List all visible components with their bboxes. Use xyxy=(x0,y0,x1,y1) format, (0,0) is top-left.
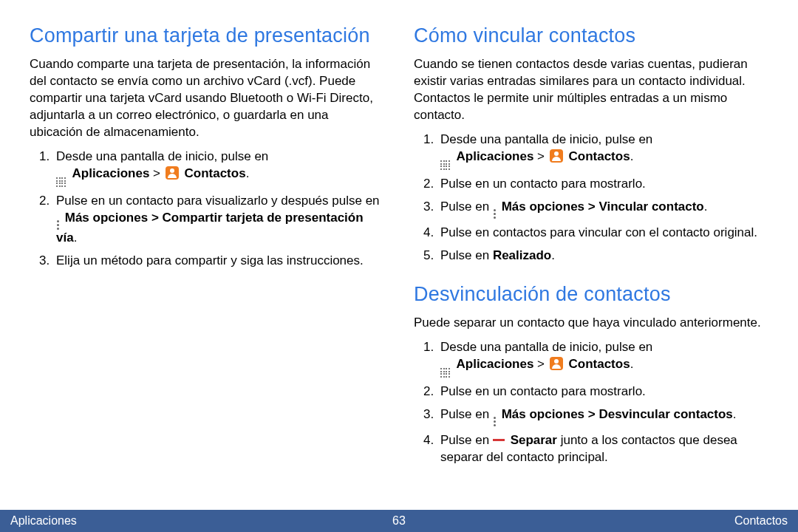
bold-text: Realizado xyxy=(493,248,551,262)
bold-text: Más opciones > Vincular contacto xyxy=(502,200,704,214)
text: > xyxy=(533,149,548,163)
paragraph: Puede separar un contacto que haya vincu… xyxy=(414,315,768,332)
bold-text: Más opciones > Desvincular contactos xyxy=(502,407,733,421)
text: > xyxy=(533,357,548,371)
text: Pulse en xyxy=(440,200,493,214)
ordered-list: Desde una pantalla de inicio, pulse en A… xyxy=(30,149,384,270)
text: Pulse en xyxy=(440,433,493,447)
text: Desde una pantalla de inicio, pulse en xyxy=(56,149,268,163)
minus-icon xyxy=(493,439,505,441)
right-column: Cómo vincular contactos Cuando se tienen… xyxy=(414,22,768,495)
text: Pulse en xyxy=(440,407,493,421)
list-item: Pulse en un contacto para mostrarlo. xyxy=(437,176,768,193)
list-item: Pulse en Separar junto a los contactos q… xyxy=(437,432,768,466)
list-item: Pulse en Más opciones > Vincular contact… xyxy=(437,199,768,219)
list-item: Desde una pantalla de inicio, pulse en A… xyxy=(437,339,768,378)
list-item: Pulse en Más opciones > Desvincular cont… xyxy=(437,406,768,426)
bold-text: Separar xyxy=(511,433,557,447)
paragraph: Cuando comparte una tarjeta de presentac… xyxy=(30,56,384,141)
list-item: Desde una pantalla de inicio, pulse en A… xyxy=(437,132,768,170)
apps-grid-icon xyxy=(440,160,450,170)
list-item: Pulse en un contacto para mostrarlo. xyxy=(437,383,768,400)
list-item: Pulse en un contacto para visualizarlo y… xyxy=(53,193,384,247)
more-options-icon xyxy=(494,209,496,219)
text: Desde una pantalla de inicio, pulse en xyxy=(440,132,652,146)
footer-left-label: Aplicaciones xyxy=(10,514,77,528)
paragraph: Cuando se tienen contactos desde varias … xyxy=(414,56,768,124)
text: Pulse en xyxy=(440,248,493,262)
apps-grid-icon xyxy=(56,177,66,187)
list-item: Desde una pantalla de inicio, pulse en A… xyxy=(53,149,384,187)
heading-unlink-contacts: Desvinculación de contactos xyxy=(414,281,768,307)
page-number: 63 xyxy=(392,514,406,528)
bold-text: Más opciones > Compartir tarjeta de pres… xyxy=(56,211,364,245)
bold-text: Aplicaciones xyxy=(72,166,150,180)
list-item: Elija un método para compartir y siga la… xyxy=(53,253,384,270)
contacts-icon xyxy=(550,149,563,163)
heading-link-contacts: Cómo vincular contactos xyxy=(414,22,768,49)
list-item: Pulse en contactos para vincular con el … xyxy=(437,225,768,242)
more-options-icon xyxy=(57,220,59,230)
document-page: Compartir una tarjeta de presentación Cu… xyxy=(0,0,798,532)
contacts-icon xyxy=(166,166,179,180)
more-options-icon xyxy=(494,417,496,426)
columns: Compartir una tarjeta de presentación Cu… xyxy=(30,22,768,495)
heading-share-card: Compartir una tarjeta de presentación xyxy=(30,22,384,49)
bold-text: Contactos xyxy=(185,166,246,180)
ordered-list: Desde una pantalla de inicio, pulse en A… xyxy=(414,132,768,265)
text: Desde una pantalla de inicio, pulse en xyxy=(440,340,652,354)
bold-text: Contactos xyxy=(569,357,630,371)
bold-text: Contactos xyxy=(569,149,630,163)
text: > xyxy=(149,166,163,180)
footer-right-label: Contactos xyxy=(734,514,788,528)
apps-grid-icon xyxy=(440,368,450,378)
ordered-list: Desde una pantalla de inicio, pulse en A… xyxy=(414,339,768,466)
contacts-icon xyxy=(550,357,563,370)
text: Pulse en un contacto para visualizarlo y… xyxy=(56,194,380,208)
bold-text: Aplicaciones xyxy=(457,357,534,371)
bold-text: Aplicaciones xyxy=(457,149,534,163)
footer-bar: Aplicaciones 63 Contactos xyxy=(0,510,798,532)
left-column: Compartir una tarjeta de presentación Cu… xyxy=(30,22,384,495)
list-item: Pulse en Realizado. xyxy=(437,248,768,265)
